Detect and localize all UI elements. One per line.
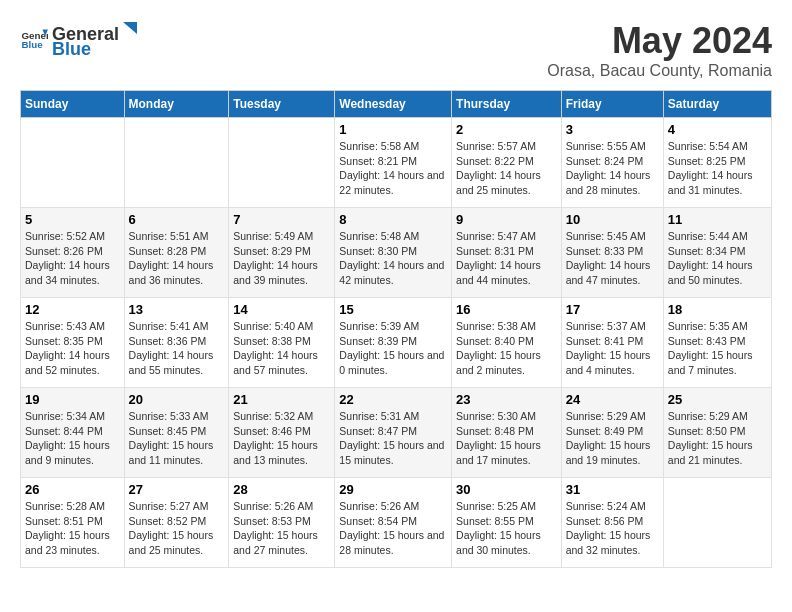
day-number: 18 — [668, 302, 767, 317]
page-title: May 2024 — [547, 20, 772, 62]
calendar-cell: 31Sunrise: 5:24 AMSunset: 8:56 PMDayligh… — [561, 478, 663, 568]
day-info: Sunrise: 5:40 AMSunset: 8:38 PMDaylight:… — [233, 319, 330, 378]
calendar-cell: 17Sunrise: 5:37 AMSunset: 8:41 PMDayligh… — [561, 298, 663, 388]
calendar-cell: 6Sunrise: 5:51 AMSunset: 8:28 PMDaylight… — [124, 208, 229, 298]
day-number: 13 — [129, 302, 225, 317]
day-number: 10 — [566, 212, 659, 227]
day-number: 31 — [566, 482, 659, 497]
calendar-cell: 4Sunrise: 5:54 AMSunset: 8:25 PMDaylight… — [663, 118, 771, 208]
calendar-cell — [229, 118, 335, 208]
day-number: 1 — [339, 122, 447, 137]
logo-icon: General Blue — [20, 26, 48, 54]
calendar-cell: 8Sunrise: 5:48 AMSunset: 8:30 PMDaylight… — [335, 208, 452, 298]
day-info: Sunrise: 5:35 AMSunset: 8:43 PMDaylight:… — [668, 319, 767, 378]
column-header-friday: Friday — [561, 91, 663, 118]
svg-marker-3 — [123, 22, 137, 34]
column-header-thursday: Thursday — [452, 91, 562, 118]
calendar-week-row: 26Sunrise: 5:28 AMSunset: 8:51 PMDayligh… — [21, 478, 772, 568]
day-info: Sunrise: 5:57 AMSunset: 8:22 PMDaylight:… — [456, 139, 557, 198]
day-number: 4 — [668, 122, 767, 137]
day-info: Sunrise: 5:48 AMSunset: 8:30 PMDaylight:… — [339, 229, 447, 288]
day-info: Sunrise: 5:31 AMSunset: 8:47 PMDaylight:… — [339, 409, 447, 468]
calendar-header-row: SundayMondayTuesdayWednesdayThursdayFrid… — [21, 91, 772, 118]
svg-text:Blue: Blue — [21, 39, 43, 50]
day-number: 25 — [668, 392, 767, 407]
calendar-table: SundayMondayTuesdayWednesdayThursdayFrid… — [20, 90, 772, 568]
day-number: 15 — [339, 302, 447, 317]
day-number: 6 — [129, 212, 225, 227]
day-info: Sunrise: 5:45 AMSunset: 8:33 PMDaylight:… — [566, 229, 659, 288]
day-number: 19 — [25, 392, 120, 407]
day-info: Sunrise: 5:27 AMSunset: 8:52 PMDaylight:… — [129, 499, 225, 558]
calendar-cell: 28Sunrise: 5:26 AMSunset: 8:53 PMDayligh… — [229, 478, 335, 568]
calendar-cell: 7Sunrise: 5:49 AMSunset: 8:29 PMDaylight… — [229, 208, 335, 298]
calendar-cell: 9Sunrise: 5:47 AMSunset: 8:31 PMDaylight… — [452, 208, 562, 298]
calendar-week-row: 19Sunrise: 5:34 AMSunset: 8:44 PMDayligh… — [21, 388, 772, 478]
day-number: 8 — [339, 212, 447, 227]
day-info: Sunrise: 5:47 AMSunset: 8:31 PMDaylight:… — [456, 229, 557, 288]
day-info: Sunrise: 5:38 AMSunset: 8:40 PMDaylight:… — [456, 319, 557, 378]
day-info: Sunrise: 5:55 AMSunset: 8:24 PMDaylight:… — [566, 139, 659, 198]
day-info: Sunrise: 5:39 AMSunset: 8:39 PMDaylight:… — [339, 319, 447, 378]
day-number: 26 — [25, 482, 120, 497]
calendar-cell: 10Sunrise: 5:45 AMSunset: 8:33 PMDayligh… — [561, 208, 663, 298]
calendar-cell: 21Sunrise: 5:32 AMSunset: 8:46 PMDayligh… — [229, 388, 335, 478]
day-info: Sunrise: 5:29 AMSunset: 8:50 PMDaylight:… — [668, 409, 767, 468]
day-number: 23 — [456, 392, 557, 407]
column-header-tuesday: Tuesday — [229, 91, 335, 118]
calendar-cell: 25Sunrise: 5:29 AMSunset: 8:50 PMDayligh… — [663, 388, 771, 478]
day-info: Sunrise: 5:28 AMSunset: 8:51 PMDaylight:… — [25, 499, 120, 558]
calendar-cell: 20Sunrise: 5:33 AMSunset: 8:45 PMDayligh… — [124, 388, 229, 478]
column-header-saturday: Saturday — [663, 91, 771, 118]
calendar-cell: 12Sunrise: 5:43 AMSunset: 8:35 PMDayligh… — [21, 298, 125, 388]
day-info: Sunrise: 5:30 AMSunset: 8:48 PMDaylight:… — [456, 409, 557, 468]
day-info: Sunrise: 5:52 AMSunset: 8:26 PMDaylight:… — [25, 229, 120, 288]
day-number: 16 — [456, 302, 557, 317]
calendar-cell — [663, 478, 771, 568]
day-info: Sunrise: 5:26 AMSunset: 8:54 PMDaylight:… — [339, 499, 447, 558]
day-number: 7 — [233, 212, 330, 227]
day-info: Sunrise: 5:44 AMSunset: 8:34 PMDaylight:… — [668, 229, 767, 288]
day-info: Sunrise: 5:26 AMSunset: 8:53 PMDaylight:… — [233, 499, 330, 558]
day-number: 21 — [233, 392, 330, 407]
calendar-cell: 14Sunrise: 5:40 AMSunset: 8:38 PMDayligh… — [229, 298, 335, 388]
page-header: General Blue General Blue May 2024 Orasa… — [20, 20, 772, 80]
day-number: 9 — [456, 212, 557, 227]
calendar-cell — [124, 118, 229, 208]
day-info: Sunrise: 5:58 AMSunset: 8:21 PMDaylight:… — [339, 139, 447, 198]
calendar-week-row: 5Sunrise: 5:52 AMSunset: 8:26 PMDaylight… — [21, 208, 772, 298]
calendar-cell: 2Sunrise: 5:57 AMSunset: 8:22 PMDaylight… — [452, 118, 562, 208]
day-info: Sunrise: 5:24 AMSunset: 8:56 PMDaylight:… — [566, 499, 659, 558]
day-number: 5 — [25, 212, 120, 227]
calendar-cell: 5Sunrise: 5:52 AMSunset: 8:26 PMDaylight… — [21, 208, 125, 298]
day-info: Sunrise: 5:43 AMSunset: 8:35 PMDaylight:… — [25, 319, 120, 378]
day-info: Sunrise: 5:54 AMSunset: 8:25 PMDaylight:… — [668, 139, 767, 198]
calendar-cell: 22Sunrise: 5:31 AMSunset: 8:47 PMDayligh… — [335, 388, 452, 478]
day-info: Sunrise: 5:34 AMSunset: 8:44 PMDaylight:… — [25, 409, 120, 468]
column-header-sunday: Sunday — [21, 91, 125, 118]
day-number: 20 — [129, 392, 225, 407]
day-info: Sunrise: 5:25 AMSunset: 8:55 PMDaylight:… — [456, 499, 557, 558]
day-info: Sunrise: 5:51 AMSunset: 8:28 PMDaylight:… — [129, 229, 225, 288]
day-number: 27 — [129, 482, 225, 497]
column-header-wednesday: Wednesday — [335, 91, 452, 118]
calendar-cell: 26Sunrise: 5:28 AMSunset: 8:51 PMDayligh… — [21, 478, 125, 568]
logo: General Blue General Blue — [20, 20, 139, 60]
calendar-cell: 19Sunrise: 5:34 AMSunset: 8:44 PMDayligh… — [21, 388, 125, 478]
day-number: 22 — [339, 392, 447, 407]
day-number: 17 — [566, 302, 659, 317]
logo-triangle — [119, 20, 139, 40]
day-number: 3 — [566, 122, 659, 137]
day-number: 30 — [456, 482, 557, 497]
calendar-cell: 13Sunrise: 5:41 AMSunset: 8:36 PMDayligh… — [124, 298, 229, 388]
day-number: 14 — [233, 302, 330, 317]
calendar-cell: 11Sunrise: 5:44 AMSunset: 8:34 PMDayligh… — [663, 208, 771, 298]
day-number: 2 — [456, 122, 557, 137]
calendar-cell: 1Sunrise: 5:58 AMSunset: 8:21 PMDaylight… — [335, 118, 452, 208]
day-info: Sunrise: 5:32 AMSunset: 8:46 PMDaylight:… — [233, 409, 330, 468]
page-subtitle: Orasa, Bacau County, Romania — [547, 62, 772, 80]
day-info: Sunrise: 5:37 AMSunset: 8:41 PMDaylight:… — [566, 319, 659, 378]
day-info: Sunrise: 5:41 AMSunset: 8:36 PMDaylight:… — [129, 319, 225, 378]
day-number: 28 — [233, 482, 330, 497]
calendar-week-row: 1Sunrise: 5:58 AMSunset: 8:21 PMDaylight… — [21, 118, 772, 208]
